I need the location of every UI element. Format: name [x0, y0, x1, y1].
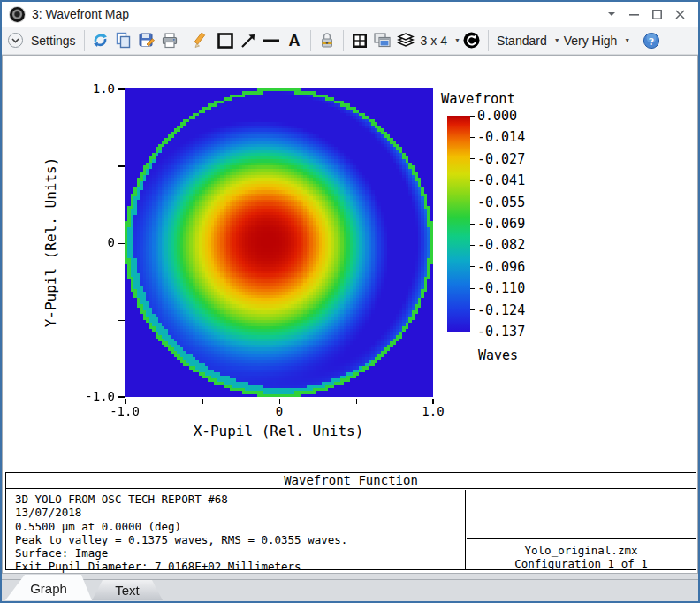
legend-value-label: -0.041 [477, 172, 525, 188]
legend-value-label: -0.069 [477, 216, 525, 232]
arrow-icon [240, 32, 257, 50]
x-tick-label: -1.0 [110, 404, 140, 418]
pencil-annotation-button[interactable] [191, 29, 214, 52]
toolbar: Settings [2, 27, 698, 55]
window-title: 3: Wavefront Map [32, 7, 129, 21]
wavefront-map-canvas [125, 88, 433, 397]
close-icon[interactable] [673, 7, 688, 22]
help-button[interactable]: ? [640, 29, 663, 52]
summary-line: 3D YOLO FROM OSC TECH REPORT #68 [15, 492, 465, 506]
refresh-icon [92, 32, 109, 49]
axis-tick [118, 165, 126, 167]
arrow-annotation-button[interactable] [237, 29, 260, 52]
density-label: Very High [560, 34, 621, 48]
lock-icon [319, 32, 335, 50]
text-icon: A [285, 32, 303, 50]
legend-colorbar [447, 116, 470, 332]
toolbar-separator [635, 30, 635, 51]
line-annotation-button[interactable] [260, 29, 283, 52]
minimize-icon[interactable] [627, 7, 642, 22]
copy-icon [115, 32, 132, 49]
legend-value-label: -0.055 [477, 195, 525, 210]
axis-tick [118, 88, 126, 90]
chevron-down-icon: ▼ [454, 37, 460, 43]
analysis-summary: 3D YOLO FROM OSC TECH REPORT #6813/07/20… [6, 490, 466, 569]
legend-tick [470, 158, 475, 159]
legend-tick [470, 137, 475, 138]
legend-value-label: -0.014 [477, 129, 525, 145]
legend-title: Wavefront [441, 91, 515, 107]
auto-update-icon [462, 31, 481, 50]
footer-empty-cell [467, 490, 696, 539]
title-bar: 3: Wavefront Map [2, 2, 698, 27]
density-dropdown[interactable]: Very High ▼ [560, 29, 631, 52]
tab-text-label: Text [115, 583, 140, 598]
sampling-dropdown[interactable]: 3 x 4 ▼ [417, 29, 460, 52]
legend-tick [470, 224, 475, 225]
cascade-windows-button[interactable] [371, 29, 394, 52]
y-tick-label: -1.0 [85, 389, 115, 403]
copy-button[interactable] [112, 29, 135, 52]
svg-text:?: ? [649, 34, 655, 47]
analysis-window-icon [10, 7, 25, 22]
tile-windows-button[interactable] [348, 29, 371, 52]
refresh-button[interactable] [89, 29, 112, 52]
axis-tick [118, 396, 126, 398]
cascade-windows-icon [373, 32, 392, 49]
print-button[interactable] [158, 29, 181, 52]
help-icon: ? [643, 32, 660, 50]
settings-expander-icon [8, 33, 23, 48]
tab-graph-label: Graph [30, 581, 67, 596]
settings-label: Settings [27, 34, 80, 48]
legend-value-label: -0.137 [477, 324, 525, 340]
wavefront-map-window: 3: Wavefront Map Settings [0, 0, 700, 603]
mode-dropdown[interactable]: Standard ▼ [493, 29, 560, 52]
settings-button[interactable]: Settings [8, 29, 80, 52]
toolbar-separator [310, 30, 311, 51]
layers-icon [396, 32, 415, 50]
legend-tick [470, 288, 475, 289]
legend-value-label: -0.027 [477, 151, 525, 167]
legend-tick [470, 116, 475, 117]
window-menu-dropdown-icon[interactable] [604, 7, 619, 22]
legend-tick [470, 332, 475, 332]
legend-tick [470, 309, 475, 310]
graph-panel: 1.0 0 -1.0 -1.0 0 1.0 X-Pupil (Rel. Unit… [2, 55, 698, 574]
x-axis-title: X-Pupil (Rel. Units) [194, 423, 364, 439]
sampling-label: 3 x 4 [417, 34, 451, 48]
file-info-cell: Yolo_original.zmx Configuration 1 of 1 [467, 540, 696, 569]
x-tick-label: 1.0 [422, 404, 444, 418]
toolbar-separator [488, 30, 489, 51]
summary-line: 0.5500 µm at 0.0000 (deg) [15, 520, 465, 533]
toolbar-separator [84, 30, 85, 51]
chevron-down-icon: ▼ [624, 37, 630, 43]
rectangle-annotation-button[interactable] [214, 29, 237, 52]
rectangle-icon [217, 32, 234, 50]
y-axis-title: Y-Pupil (Rel. Units) [42, 157, 59, 328]
window-controls [604, 7, 698, 22]
text-annotation-button[interactable]: A [283, 29, 306, 52]
save-button[interactable] [135, 29, 158, 52]
wavefront-map-plot [125, 88, 433, 397]
footer-body: 3D YOLO FROM OSC TECH REPORT #6813/07/20… [6, 490, 696, 569]
axis-tick [202, 399, 203, 404]
lock-button[interactable] [316, 29, 339, 52]
summary-line: Exit Pupil Diameter: 7.0168E+02 Millimet… [15, 560, 465, 573]
maximize-icon[interactable] [650, 7, 665, 22]
legend-value-label: -0.082 [477, 237, 525, 253]
legend-tick [470, 245, 475, 246]
chevron-down-icon: ▼ [554, 37, 560, 43]
toolbar-separator [186, 30, 186, 51]
tab-text[interactable]: Text [92, 580, 163, 600]
pencil-icon [194, 32, 210, 49]
tab-strip: Graph Text [2, 574, 698, 601]
print-icon [161, 32, 179, 50]
auto-update-button[interactable] [460, 29, 483, 52]
footer-table: Wavefront Function 3D YOLO FROM OSC TECH… [5, 472, 696, 570]
x-tick-label: 0 [276, 404, 283, 418]
legend-unit: Waves [478, 347, 518, 363]
legend-tick [470, 202, 475, 202]
y-tick-label: 0 [108, 235, 115, 249]
axis-tick [118, 243, 126, 245]
layers-button[interactable] [394, 29, 417, 52]
